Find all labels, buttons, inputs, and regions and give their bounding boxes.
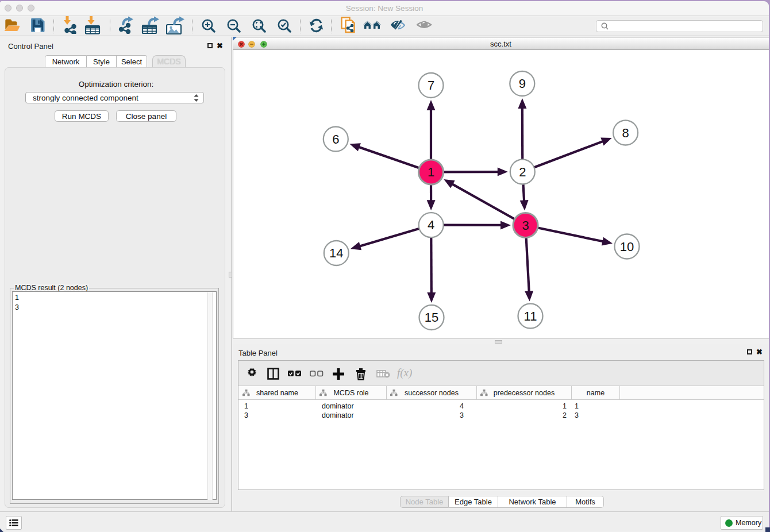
svg-text:8: 8: [622, 126, 629, 140]
svg-text:11: 11: [524, 309, 537, 323]
svg-text:15: 15: [425, 310, 438, 325]
svg-text:6: 6: [332, 132, 339, 147]
svg-text:2: 2: [519, 165, 526, 179]
svg-text:14: 14: [329, 246, 343, 260]
svg-text:3: 3: [522, 218, 529, 233]
svg-text:1: 1: [428, 165, 434, 179]
svg-text:10: 10: [620, 240, 634, 254]
svg-text:9: 9: [519, 76, 526, 91]
svg-text:4: 4: [428, 218, 434, 232]
svg-text:7: 7: [428, 78, 434, 92]
